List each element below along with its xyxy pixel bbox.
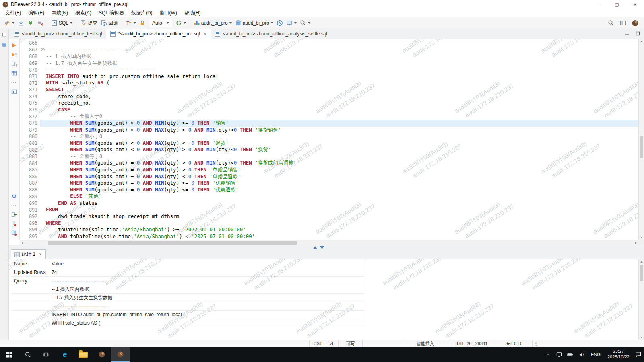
taskbar-search-button[interactable] — [19, 347, 37, 362]
statusbar-menu[interactable]: ⋮ — [532, 340, 539, 347]
script-file-button[interactable] — [11, 221, 17, 227]
menu-navigate[interactable]: 导航(N) — [48, 10, 72, 16]
code-line: 874 store_code, — [20, 93, 638, 100]
editor-tab-2[interactable]: *<audit_bi_pro> zhumr_offline_pre.sql✕ — [106, 29, 211, 39]
code-text: CASE — [46, 107, 638, 113]
editor-vertical-scrollbar[interactable] — [638, 39, 644, 240]
tray-volume-icon[interactable] — [576, 347, 587, 362]
quick-search-button[interactable] — [606, 19, 616, 27]
start-button[interactable] — [0, 347, 19, 362]
menu-sql-editor[interactable]: SQL 编辑器 — [95, 10, 128, 16]
tray-network-icon[interactable] — [553, 347, 565, 362]
code-line: 866 — [20, 40, 638, 47]
editor-more-button[interactable]: ··· — [11, 202, 17, 209]
edit-connection-button[interactable] — [2, 19, 16, 27]
export-data-button[interactable] — [11, 212, 17, 218]
result-row[interactable]: ----------------------------------- — [11, 302, 364, 311]
execute-statement-button[interactable] — [11, 42, 17, 49]
network-settings-button[interactable] — [285, 19, 298, 27]
code-text: WHEN SUM(goods_amt) < 0 AND MAX(qty) <= … — [46, 140, 638, 147]
tray-expand-button[interactable] — [542, 347, 553, 362]
minimize-panel-button[interactable] — [624, 30, 630, 37]
speaker-icon — [578, 351, 585, 358]
refresh-button[interactable] — [174, 19, 188, 27]
explain-plan-button[interactable] — [11, 61, 17, 67]
dbeaver-taskbar-button-active[interactable] — [111, 347, 130, 362]
menu-window[interactable]: 窗口(W) — [156, 10, 181, 16]
results-vertical-scrollbar[interactable] — [638, 259, 644, 340]
schema-selector[interactable]: audit_bi_pro — [233, 19, 275, 27]
editor-settings-button[interactable]: ⚙ — [11, 193, 17, 200]
maximize-results-icon[interactable] — [320, 246, 324, 249]
dbeaver-taskbar-button[interactable] — [93, 347, 111, 362]
line-number: 874 — [20, 93, 40, 100]
code-text: END AS status — [46, 200, 638, 207]
code-line: 879 WHEN SUM(goods_amt) > 0 AND MAX(qty)… — [20, 127, 638, 134]
show-grid-button[interactable] — [11, 70, 17, 76]
metadata-search-button[interactable] — [298, 19, 312, 27]
connect-button[interactable] — [26, 19, 35, 27]
fold-column: − — [40, 48, 46, 51]
layout-toggle-button[interactable] — [618, 19, 628, 27]
results-scrollbar-thumb[interactable] — [640, 265, 643, 281]
code-text: -- 金额小于0 — [46, 133, 638, 140]
result-row[interactable]: -- 1 插入国内数据 — [11, 285, 364, 294]
disconnect-button[interactable] — [35, 19, 45, 27]
save-to-db-button[interactable] — [11, 230, 17, 237]
minimize-button[interactable]: — — [590, 0, 608, 9]
menu-edit[interactable]: 编辑(E) — [25, 10, 48, 16]
dots-icon: ··· — [11, 202, 17, 209]
commit-button[interactable]: 提交 — [78, 19, 99, 28]
results-grid[interactable]: NameValueUpdated Rows74Query------------… — [11, 259, 638, 340]
editor-tab-3[interactable]: <audit_bi_pro> zhumr_offline_analysis_se… — [211, 29, 331, 39]
hscrollbar-thumb[interactable] — [48, 241, 297, 245]
fetch-from-db-button[interactable] — [16, 19, 26, 27]
task-view-button[interactable] — [37, 347, 56, 362]
ie-browser-button[interactable]: e — [56, 347, 74, 362]
tab-close-icon[interactable]: ✕ — [203, 31, 207, 37]
search-icon — [608, 20, 614, 26]
menu-help[interactable]: 帮助(H) — [181, 10, 204, 16]
insert-mode-indicator[interactable]: 智能插入 — [402, 340, 448, 347]
transaction-log-button[interactable]: T — [124, 19, 138, 27]
menu-database[interactable]: 数据库(D) — [128, 10, 156, 16]
result-row[interactable]: Updated Rows74 — [11, 268, 364, 277]
restore-panel-button[interactable] — [1, 31, 8, 38]
tray-battery-icon[interactable] — [565, 347, 576, 362]
result-row[interactable]: -- 1.7 插入男生女生换货数据 — [11, 294, 364, 302]
file-explorer-button[interactable] — [74, 347, 93, 362]
result-row[interactable]: INSERT INTO audit_bi_pro.custom_offline_… — [11, 311, 364, 319]
result-row[interactable]: Query----------------------------------- — [11, 277, 364, 285]
open-sql-console-button[interactable] — [11, 88, 17, 95]
action-center-button[interactable] — [633, 347, 644, 362]
scrollbar-thumb[interactable] — [640, 136, 643, 158]
transaction-monitor[interactable] — [275, 19, 285, 27]
connection-selector[interactable]: audit_bi_pro — [192, 19, 233, 27]
results-tab-statistics[interactable]: 统计 1 ✕ — [11, 249, 46, 259]
line-number: 894 — [20, 226, 40, 233]
dbeaver-logo[interactable] — [630, 19, 640, 27]
result-row[interactable]: WITH sale_status AS ( — [11, 319, 364, 327]
taskbar-clock[interactable]: 23:27 2025/10/22 — [604, 347, 633, 362]
line-number: 888 — [20, 187, 40, 193]
editor-tab-1[interactable]: <audit_bi_pro> zhumr_offline_test.sql — [10, 29, 106, 39]
editor-results-sash[interactable] — [0, 245, 644, 250]
language-indicator[interactable]: ENG — [587, 347, 604, 362]
maximize-panel-button[interactable] — [634, 30, 641, 37]
rollback-button[interactable]: 回滚 — [99, 19, 120, 28]
sql-editor[interactable]: 866867−---------------------------------… — [20, 39, 644, 240]
maximize-editor-icon[interactable] — [313, 246, 317, 249]
results-tab-close-icon[interactable]: ✕ — [39, 252, 42, 257]
editor-horizontal-scrollbar[interactable] — [20, 240, 638, 245]
database-navigator-button[interactable] — [1, 41, 8, 48]
autocommit-lock[interactable] — [138, 19, 147, 27]
commit-mode-select[interactable]: Auto — [149, 19, 172, 27]
result-value-cell: -- 1.7 插入男生女生换货数据 — [49, 294, 364, 302]
more-actions-button[interactable]: ··· — [11, 79, 17, 86]
sql-editor-menu[interactable]: SSQL — [50, 19, 74, 27]
execute-script-button[interactable] — [11, 51, 17, 58]
menu-search[interactable]: 搜索(A) — [72, 10, 95, 16]
close-button[interactable]: ✕ — [626, 0, 644, 9]
menu-file[interactable]: 文件(F) — [2, 10, 25, 16]
maximize-button[interactable]: ▢ — [608, 0, 626, 9]
